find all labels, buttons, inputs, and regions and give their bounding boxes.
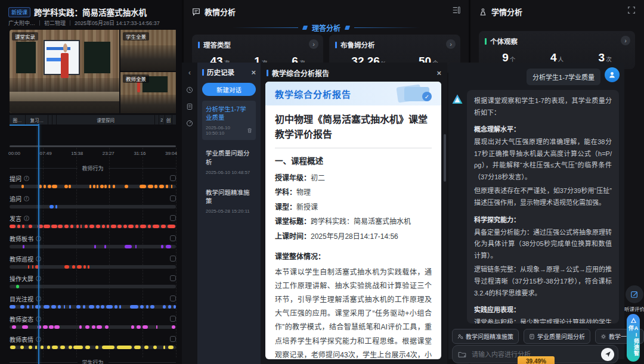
history-item[interactable]: 教学问题精准施策2025-05-28 15:20:11 (202, 184, 256, 218)
track-checkbox[interactable] (170, 336, 176, 342)
pie-compass-icon[interactable] (186, 120, 193, 127)
report-document[interactable]: 教学综合分析报告 ✓ 初中物理《简易活塞式抽水机》课堂教学评价报告 一、课程概述… (265, 82, 441, 359)
track-segment (28, 265, 30, 269)
info-icon[interactable]: i (24, 176, 29, 181)
track-bar (10, 205, 176, 209)
app-root: 新授课 跨学科实践：简易活塞式抽水机 广大附中… 初二物理 2025年05月28… (0, 0, 644, 364)
document-icon[interactable] (186, 103, 193, 110)
lecturer-icon (479, 8, 487, 16)
track-bar (10, 245, 176, 248)
video-label-student: 学生全景 (123, 32, 149, 41)
ai-paragraph: 课堂参与积极：是少数完成理论计算挑战的学生（36分37秒活动），且主动上台演示推… (474, 317, 612, 323)
chevron-right-icon[interactable]: › (621, 36, 630, 45)
chevron-right-icon[interactable]: › (309, 39, 318, 49)
behavior-track: 发言i (10, 214, 176, 234)
track-segment (69, 305, 71, 309)
student-behavior-divider: 学生行为 (10, 359, 176, 364)
track-segment (51, 225, 57, 228)
track-segment (76, 305, 80, 309)
class-evaluation-button[interactable] (626, 285, 643, 303)
track-checkbox[interactable] (170, 316, 176, 322)
ai-assistant-button[interactable]: AI师途智伴 (627, 314, 640, 362)
timeline-scrubber[interactable] (10, 145, 176, 147)
track-checkbox[interactable] (170, 195, 176, 201)
track-checkbox[interactable] (170, 235, 176, 241)
track-segment (43, 325, 48, 329)
report-panel: 教学综合分析报告 × 教学综合分析报告 ✓ 初中物理《简易活塞式抽水机》课堂教学… (261, 63, 447, 364)
track-segment (104, 245, 106, 248)
track-bar (10, 265, 176, 269)
track-segment (140, 185, 146, 188)
timeline-playhead[interactable] (38, 124, 39, 364)
track-segment (80, 225, 82, 228)
report-field: 上课时间：2025年5月28日14:17-14:56 (275, 229, 432, 244)
track-label: 目光注视 (10, 294, 33, 303)
chip-quality-analysis[interactable]: 学业质量问题分析 (524, 329, 590, 344)
chapter-bar[interactable]: 图…复习…课堂探问2创 (10, 115, 176, 125)
track-checkbox[interactable] (170, 275, 176, 281)
report-illustration: ✓ (394, 85, 435, 102)
collapse-icon[interactable]: ‹ (188, 69, 191, 77)
track-segment (77, 265, 82, 269)
info-icon[interactable]: i (24, 216, 29, 221)
video-player[interactable]: 课堂实录 学生全景 教师全景 (10, 30, 176, 113)
track-segment (32, 265, 34, 269)
report-close-icon[interactable]: × (436, 69, 441, 77)
chapter-segment[interactable] (48, 115, 52, 125)
chip-label: 学业质量问题分析 (537, 332, 585, 341)
history-item[interactable]: 学业质量问题分析2025-06-10 10:48:57 (202, 145, 256, 179)
track-head: 发言i (10, 214, 176, 223)
send-button[interactable] (601, 348, 614, 361)
chapter-segment[interactable]: 创 (165, 115, 172, 125)
chip-teaching-strategy[interactable]: 教学问题精准施策 (452, 329, 519, 344)
chapter-segment[interactable]: 课堂探问 (57, 115, 154, 125)
track-segment (64, 185, 68, 188)
ai-paragraph: 逻辑链条完整：从现象→原理→公式→应用的推导过程清晰（37分15秒-38分17秒… (474, 264, 612, 299)
chapter-segment[interactable] (172, 115, 176, 125)
playback-progress (10, 125, 39, 126)
track-segment (106, 305, 113, 309)
layout-list-icon[interactable] (452, 6, 460, 14)
fullscreen-icon[interactable] (627, 6, 636, 14)
chapter-segment[interactable] (52, 115, 56, 125)
report-scrollbar[interactable] (444, 134, 446, 182)
chapter-segment[interactable]: 2 (159, 115, 165, 125)
track-segment (72, 265, 76, 269)
delete-icon[interactable] (247, 127, 252, 133)
track-segment (96, 225, 100, 228)
track-checkbox[interactable] (170, 295, 176, 301)
track-checkbox[interactable] (170, 215, 176, 221)
track-segment (148, 185, 154, 188)
ai-paragraph: 概念理解水平： (474, 124, 612, 133)
track-segment (64, 225, 69, 228)
new-chat-button[interactable]: 新建对话 (202, 83, 256, 96)
info-icon[interactable]: i (24, 196, 29, 201)
class-video-panel: 新授课 跨学科实践：简易活塞式抽水机 广大附中… 初二物理 2025年05月28… (0, 0, 182, 364)
video-student-view[interactable]: 学生全景 (120, 30, 176, 71)
track-segment (154, 185, 158, 188)
tab-lida-analysis[interactable]: 理答分析 (184, 23, 469, 33)
history-close-icon[interactable]: × (251, 69, 256, 76)
track-checkbox[interactable] (170, 256, 176, 262)
video-main[interactable]: 课堂实录 (10, 30, 119, 113)
chapter-segment[interactable] (155, 115, 159, 125)
chapter-segment[interactable]: 复习… (26, 115, 48, 125)
track-segment (47, 346, 51, 349)
track-head: 教师巡视i (10, 254, 176, 263)
chapter-segment[interactable]: 图… (10, 115, 25, 125)
track-segment (119, 305, 121, 309)
history-item[interactable]: 分析学生1-7学业质量2025-06-10 10:50:10 (202, 101, 256, 140)
video-teacher-view[interactable]: 教师全景 (120, 72, 176, 113)
track-head: 教师姿态i (10, 315, 176, 323)
track-segment (153, 346, 157, 349)
report-banner-title: 教学综合分析报告 (275, 88, 351, 100)
folder-plus-icon[interactable] (458, 351, 466, 358)
time-tick: 31:16 (134, 151, 145, 156)
history-clock-icon[interactable] (186, 86, 193, 94)
ai-paragraph: 展现出对大气压强原理的准确理解，能在38分17秒正确推导抽水机最大高度计算公式（… (474, 136, 612, 183)
track-checkbox[interactable] (170, 175, 176, 181)
chip-label: 教学问题精准施策 (466, 332, 513, 341)
track-label: 发言 (10, 214, 21, 223)
chevron-right-icon[interactable]: › (446, 39, 456, 49)
track-segment (117, 225, 122, 228)
